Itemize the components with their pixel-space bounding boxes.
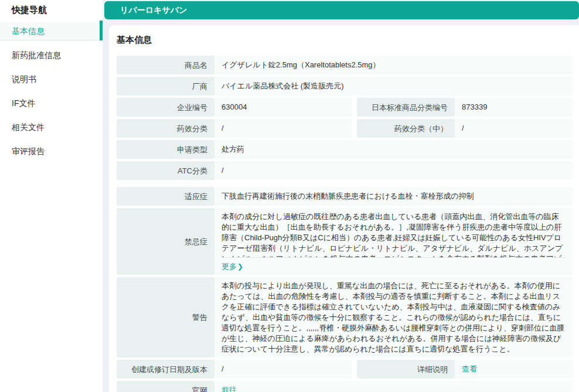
sidebar-item-related-files[interactable]: 相关文件 — [0, 118, 103, 137]
row-warnings: 警告 本剤の投与により出血が発現し、重篤な出血の場合には、死亡に至るおそれがある… — [117, 277, 573, 357]
website-label: 官网 — [117, 381, 214, 392]
sidebar-item-if-files[interactable]: IF文件 — [0, 94, 103, 113]
manufacturer-value: バイエル薬品株式会社 (製造販売元) — [214, 77, 573, 96]
row-product-name: 商品名 イグザレルト錠2.5mg（Xareltotablets2.5mg） — [117, 56, 573, 74]
sidebar-item-review-report[interactable]: 审评报告 — [0, 142, 103, 161]
contraindications-value: 本剤の成分に対し過敏症の既往歴のある患者出血している患者（頭蓋内出血、消化管出血… — [214, 208, 573, 275]
indications-value: 下肢血行再建術施行後の末梢動脈疾患患者における血栓・塞栓形成の抑制 — [214, 187, 573, 206]
company-no-value: 630004 — [214, 98, 352, 117]
sidebar-title: 快捷导航 — [0, 0, 103, 22]
manufacturer-label: 厂商 — [117, 77, 214, 96]
quick-nav-sidebar: 快捷导航 基本信息 新药批准信息 说明书 IF文件 相关文件 审评报告 — [0, 0, 103, 392]
drug-name-header: リバーロキサバン — [104, 1, 579, 19]
sidebar-item-basic-info[interactable]: 基本信息 — [0, 22, 103, 40]
detail-label: 详细说明 — [357, 360, 455, 379]
product-name-value: イグザレルト錠2.5mg（Xareltotablets2.5mg） — [214, 56, 573, 74]
warnings-label: 警告 — [117, 277, 214, 357]
sidebar-item-new-drug-approval[interactable]: 新药批准信息 — [0, 46, 103, 64]
row-efficacy-class: 药效分类 / 药效分类（中） / — [117, 119, 573, 138]
atc-class-label: ATC分类 — [117, 161, 214, 180]
chevron-right-icon: ❯ — [237, 263, 243, 271]
website-value: 前往 — [214, 381, 573, 392]
row-website: 官网 前往 — [117, 381, 573, 392]
card-title: 基本信息 — [117, 35, 573, 46]
indications-label: 适应症 — [117, 187, 214, 206]
efficacy-class-value: / — [214, 119, 352, 138]
revision-label: 创建或修订日期及版本 — [117, 360, 214, 379]
row-indications: 适应症 下肢血行再建術施行後の末梢動脈疾患患者における血栓・塞栓形成の抑制 — [117, 187, 573, 206]
jp-std-class-no-label: 日本标准商品分类编号 — [357, 98, 455, 117]
row-company-numbers: 企业编号 630004 日本标准商品分类编号 873339 — [117, 98, 573, 117]
row-manufacturer: 厂商 バイエル薬品株式会社 (製造販売元) — [117, 77, 573, 96]
company-no-label: 企业编号 — [117, 98, 214, 117]
detail-value: 查看 — [455, 360, 573, 379]
main-content: リバーロキサバン 基本信息 商品名 イグザレルト錠2.5mg（Xareltota… — [103, 0, 579, 392]
row-revision: 创建或修订日期及版本 / 详细说明 查看 — [117, 360, 573, 379]
contraindications-text: 本剤の成分に対し過敏症の既往歴のある患者出血している患者（頭蓋内出血、消化管出血… — [222, 212, 566, 258]
go-to-website-link[interactable]: 前往 — [222, 385, 237, 392]
efficacy-class-mid-label: 药效分类（中） — [357, 119, 455, 138]
sidebar-item-instructions[interactable]: 说明书 — [0, 70, 103, 88]
atc-class-value: / — [214, 161, 573, 180]
revision-value: / — [214, 360, 352, 379]
more-link[interactable]: 更多❯ — [222, 261, 243, 272]
row-atc-class: ATC分类 / — [117, 161, 573, 180]
contraindications-label: 禁忌症 — [117, 208, 214, 275]
jp-std-class-no-value: 873339 — [455, 98, 573, 117]
product-name-label: 商品名 — [117, 56, 214, 74]
row-application-type: 申请类型 处方药 — [117, 140, 573, 159]
efficacy-class-mid-value: / — [455, 119, 573, 138]
row-contraindications: 禁忌症 本剤の成分に対し過敏症の既往歴のある患者出血している患者（頭蓋内出血、消… — [117, 208, 573, 275]
warnings-value: 本剤の投与により出血が発現し、重篤な出血の場合には、死亡に至るおそれがある。本剤… — [214, 277, 573, 357]
application-type-value: 处方药 — [214, 140, 573, 159]
efficacy-class-label: 药效分类 — [117, 119, 214, 138]
view-detail-link[interactable]: 查看 — [462, 364, 477, 374]
application-type-label: 申请类型 — [117, 140, 214, 159]
basic-info-card: 基本信息 商品名 イグザレルト錠2.5mg（Xareltotablets2.5m… — [109, 25, 579, 392]
